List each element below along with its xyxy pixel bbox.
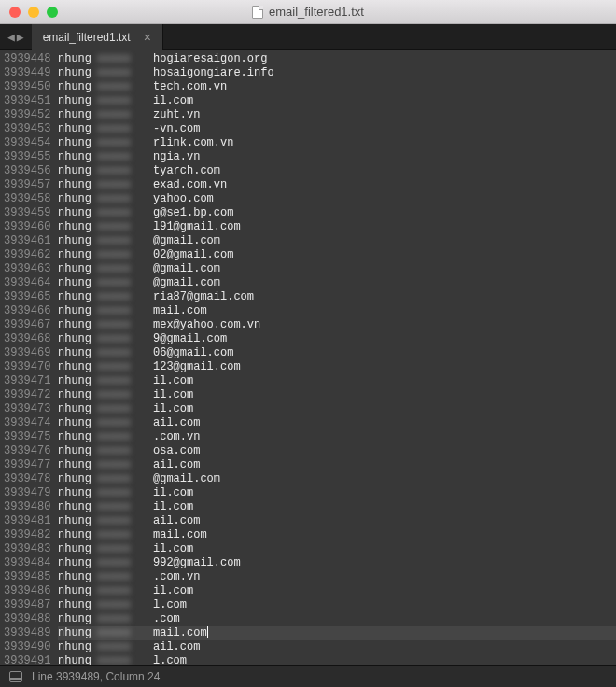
text-row[interactable]: nhungxxxxx.com.vn xyxy=(58,570,616,584)
col-prefix: nhung xyxy=(58,276,97,290)
text-row[interactable]: nhungxxxxxil.com xyxy=(58,402,616,416)
col-prefix: nhung xyxy=(58,192,97,206)
col-prefix: nhung xyxy=(58,514,97,528)
col-value: .com.vn xyxy=(153,570,616,584)
col-value: ria87@gmail.com xyxy=(153,290,616,304)
col-redacted: xxxxx xyxy=(97,136,153,150)
text-row[interactable]: nhungxxxxxail.com xyxy=(58,416,616,430)
text-row[interactable]: nhungxxxxxil.com xyxy=(58,388,616,402)
text-row[interactable]: nhungxxxxx123@gmail.com xyxy=(58,360,616,374)
text-row[interactable]: nhungxxxxxl91@gmail.com xyxy=(58,220,616,234)
col-redacted: xxxxx xyxy=(97,584,153,598)
col-redacted: xxxxx xyxy=(97,640,153,654)
col-value: ngia.vn xyxy=(153,150,616,164)
text-row[interactable]: nhungxxxxxosa.com xyxy=(58,444,616,458)
text-row[interactable]: nhungxxxxxmex@yahoo.com.vn xyxy=(58,318,616,332)
text-row[interactable]: nhungxxxxx06@gmail.com xyxy=(58,346,616,360)
text-row[interactable]: nhungxxxxx.com xyxy=(58,612,616,626)
text-row[interactable]: nhungxxxxx@gmail.com xyxy=(58,234,616,248)
text-row[interactable]: nhungxxxxxail.com xyxy=(58,514,616,528)
editor-area[interactable]: 3939448393944939394503939451393945239394… xyxy=(0,50,616,665)
col-value: tech.com.vn xyxy=(153,80,616,94)
text-row[interactable]: nhungxxxxx9@gmail.com xyxy=(58,332,616,346)
col-prefix: nhung xyxy=(58,346,97,360)
line-number: 3939451 xyxy=(4,94,49,108)
col-prefix: nhung xyxy=(58,570,97,584)
text-row[interactable]: nhungxxxxxmail.com xyxy=(58,626,616,640)
text-row[interactable]: nhungxxxxxil.com xyxy=(58,374,616,388)
text-row[interactable]: nhungxxxxx@gmail.com xyxy=(58,276,616,290)
line-number: 3939470 xyxy=(4,360,49,374)
text-row[interactable]: nhungxxxxxil.com xyxy=(58,500,616,514)
text-row[interactable]: nhungxxxxxail.com xyxy=(58,458,616,472)
col-redacted: xxxxx xyxy=(97,388,153,402)
col-redacted: xxxxx xyxy=(97,192,153,206)
line-number: 3939459 xyxy=(4,206,49,220)
line-number: 3939477 xyxy=(4,458,49,472)
nav-forward-icon[interactable]: ▶ xyxy=(17,30,24,45)
col-value: il.com xyxy=(153,542,616,556)
close-window-button[interactable] xyxy=(9,7,21,18)
col-prefix: nhung xyxy=(58,108,97,122)
text-row[interactable]: nhungxxxxxyahoo.com xyxy=(58,192,616,206)
text-row[interactable]: nhungxxxxx992@gmail.com xyxy=(58,556,616,570)
col-redacted: xxxxx xyxy=(97,80,153,94)
text-row[interactable]: nhungxxxxxil.com xyxy=(58,486,616,500)
text-row[interactable]: nhungxxxxxil.com xyxy=(58,542,616,556)
text-row[interactable]: nhungxxxxxrlink.com.vn xyxy=(58,136,616,150)
line-number: 3939490 xyxy=(4,640,49,654)
panel-toggle-icon[interactable] xyxy=(9,671,22,682)
text-row[interactable]: nhungxxxxx@gmail.com xyxy=(58,472,616,486)
text-row[interactable]: nhungxxxxx-vn.com xyxy=(58,122,616,136)
col-prefix: nhung xyxy=(58,486,97,500)
col-prefix: nhung xyxy=(58,318,97,332)
col-redacted: xxxxx xyxy=(97,416,153,430)
text-row[interactable]: nhungxxxxxria87@gmail.com xyxy=(58,290,616,304)
col-prefix: nhung xyxy=(58,94,97,108)
text-row[interactable]: nhungxxxxxtyarch.com xyxy=(58,164,616,178)
line-number: 3939474 xyxy=(4,416,49,430)
text-row[interactable]: nhungxxxxxil.com xyxy=(58,584,616,598)
text-row[interactable]: nhungxxxxx02@gmail.com xyxy=(58,248,616,262)
text-row[interactable]: nhungxxxxxmail.com xyxy=(58,528,616,542)
text-row[interactable]: nhungxxxxxexad.com.vn xyxy=(58,178,616,192)
text-row[interactable]: nhungxxxxxmail.com xyxy=(58,304,616,318)
col-prefix: nhung xyxy=(58,360,97,374)
text-row[interactable]: nhungxxxxx@gmail.com xyxy=(58,262,616,276)
col-redacted: xxxxx xyxy=(97,220,153,234)
text-row[interactable]: nhungxxxxxl.com xyxy=(58,654,616,665)
file-tab[interactable]: email_filtered1.txt × xyxy=(32,24,163,50)
line-number: 3939456 xyxy=(4,164,49,178)
col-redacted: xxxxx xyxy=(97,262,153,276)
line-number: 3939466 xyxy=(4,304,49,318)
text-row[interactable]: nhungxxxxxngia.vn xyxy=(58,150,616,164)
col-prefix: nhung xyxy=(58,430,97,444)
col-prefix: nhung xyxy=(58,500,97,514)
text-row[interactable]: nhungxxxxxhosaigongiare.info xyxy=(58,66,616,80)
col-value: 123@gmail.com xyxy=(153,360,616,374)
col-value: mail.com xyxy=(153,304,616,318)
zoom-window-button[interactable] xyxy=(47,7,58,18)
minimize-window-button[interactable] xyxy=(28,7,39,18)
history-nav: ◀ ▶ xyxy=(0,30,32,45)
text-row[interactable]: nhungxxxxxg@se1.bp.com xyxy=(58,206,616,220)
col-prefix: nhung xyxy=(58,374,97,388)
text-row[interactable]: nhungxxxxxil.com xyxy=(58,94,616,108)
line-number: 3939449 xyxy=(4,66,49,80)
text-row[interactable]: nhungxxxxx.com.vn xyxy=(58,430,616,444)
col-value: tyarch.com xyxy=(153,164,616,178)
text-content[interactable]: nhungxxxxxhogiaresaigon.orgnhungxxxxxhos… xyxy=(58,50,616,665)
close-tab-icon[interactable]: × xyxy=(144,31,151,44)
col-prefix: nhung xyxy=(58,584,97,598)
text-row[interactable]: nhungxxxxxl.com xyxy=(58,598,616,612)
nav-back-icon[interactable]: ◀ xyxy=(7,30,15,45)
document-icon xyxy=(252,6,263,19)
text-row[interactable]: nhungxxxxxzuht.vn xyxy=(58,108,616,122)
text-row[interactable]: nhungxxxxxail.com xyxy=(58,640,616,654)
text-row[interactable]: nhungxxxxxtech.com.vn xyxy=(58,80,616,94)
col-value: 992@gmail.com xyxy=(153,556,616,570)
text-row[interactable]: nhungxxxxxhogiaresaigon.org xyxy=(58,52,616,66)
line-number: 3939485 xyxy=(4,570,49,584)
line-number: 3939482 xyxy=(4,528,49,542)
col-prefix: nhung xyxy=(58,164,97,178)
